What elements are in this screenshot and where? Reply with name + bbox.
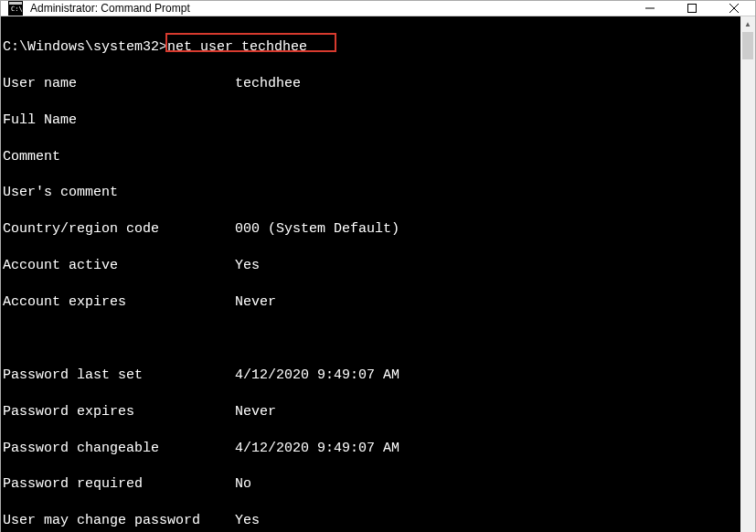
label-pwd-expires: Password expires [3,403,235,421]
value-pwd-changeable: ‎4/‎12/‎2020 9:49:07 AM [235,440,399,458]
label-users-comment: User's comment [3,184,235,202]
terminal-area: C:\Windows\system32>net user techdhee Us… [1,16,755,532]
value-account-expires: Never [235,293,276,312]
prompt: C:\Windows\system32> [3,39,167,55]
label-full-name: Full Name [3,112,235,130]
titlebar: C:\ Administrator: Command Prompt [1,1,755,16]
minimize-button[interactable] [629,1,671,16]
label-user-change-pwd: User may change password [3,512,235,530]
value-user-name: techdhee [235,75,301,93]
window-controls [629,1,755,16]
value-pwd-required: No [235,475,251,494]
value-pwd-last-set: ‎4/‎12/‎2020 9:49:07 AM [235,367,399,385]
command: net user techdhee [167,39,307,55]
value-country: 000 (System Default) [235,220,399,239]
maximize-button[interactable] [671,1,713,16]
label-country: Country/region code [3,220,235,239]
svg-rect-1 [9,2,22,5]
value-pwd-expires: Never [235,403,276,421]
svg-rect-4 [688,5,697,13]
label-pwd-changeable: Password changeable [3,440,235,458]
label-comment: Comment [3,148,235,166]
scroll-thumb[interactable] [742,32,753,59]
scroll-up-arrow[interactable]: ▲ [740,16,755,32]
value-account-active: Yes [235,257,260,275]
label-user-name: User name [3,75,235,93]
label-pwd-required: Password required [3,475,235,494]
label-account-active: Account active [3,257,235,275]
svg-text:C:\: C:\ [11,5,23,13]
cmd-icon: C:\ [8,1,23,16]
label-pwd-last-set: Password last set [3,367,235,385]
label-account-expires: Account expires [3,293,235,312]
window-title: Administrator: Command Prompt [30,2,629,15]
scroll-track[interactable] [740,32,755,532]
terminal-output[interactable]: C:\Windows\system32>net user techdhee Us… [1,16,740,532]
value-user-change-pwd: Yes [235,512,260,530]
close-button[interactable] [713,1,755,16]
vertical-scrollbar[interactable]: ▲ ▼ [740,16,755,532]
command-prompt-window: C:\ Administrator: Command Prompt C:\Win… [0,0,756,532]
